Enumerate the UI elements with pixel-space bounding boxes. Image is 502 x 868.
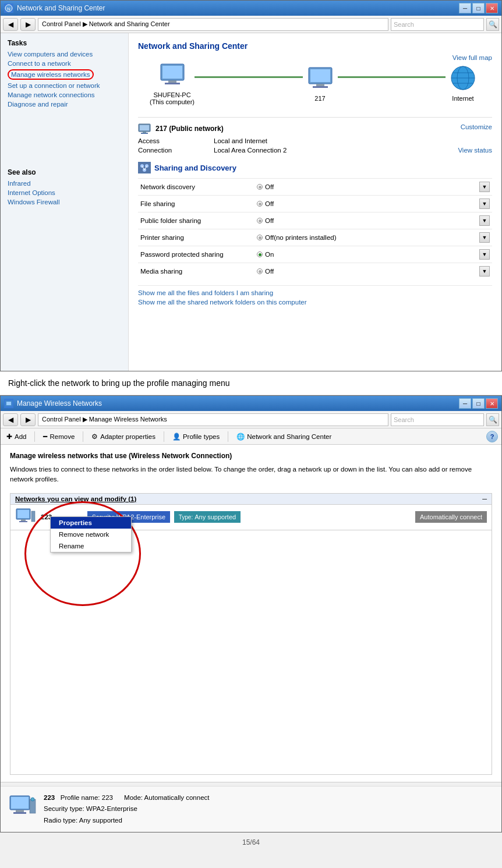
- dropdown-arrow-password[interactable]: ▼: [479, 249, 490, 260]
- dropdown-arrow-media[interactable]: ▼: [479, 266, 490, 277]
- sharing-link-files[interactable]: Show me all the files and folders I am s…: [138, 289, 492, 296]
- sidebar-item-diagnose-repair[interactable]: Diagnose and repair: [8, 101, 121, 108]
- network-node-shufen: SHUFEN-PC(This computer): [150, 60, 195, 105]
- auto-connect-text: Automatically connect: [420, 513, 482, 520]
- sidebar-item-infrared[interactable]: Infrared: [8, 180, 121, 187]
- context-menu-properties[interactable]: Properties: [51, 517, 131, 529]
- dropdown-arrow-public[interactable]: ▼: [479, 215, 490, 226]
- back-button[interactable]: ◀: [3, 18, 18, 31]
- view-full-map-link[interactable]: View full map: [452, 54, 492, 61]
- add-label: Add: [15, 433, 26, 440]
- window-icon-2: [4, 399, 13, 408]
- main-layout-1: Tasks View computers and devices Connect…: [1, 33, 501, 371]
- context-menu-remove[interactable]: Remove network: [51, 529, 131, 540]
- toolbar-sep-1: [34, 431, 35, 442]
- sidebar-item-internet-options[interactable]: Internet Options: [8, 189, 121, 196]
- content-area-2: Manage wireless networks that use (Wirel…: [1, 445, 501, 782]
- sharing-label-public-folder: Public folder sharing: [140, 217, 257, 224]
- toolbar-adapter-button[interactable]: ⚙ Adapter properties: [89, 431, 158, 442]
- profile-footer: 223 Profile name: 223 Mode: Automaticall…: [1, 786, 501, 832]
- toolbar-sep-3: [164, 431, 164, 442]
- computer-icon-217: [303, 63, 338, 93]
- sharing-value-network-discovery: Off: [257, 183, 479, 190]
- access-label: Access: [138, 137, 214, 144]
- sharing-row-printer: Printer sharing Off(no printers installe…: [138, 229, 492, 246]
- empty-list-area: [10, 530, 492, 775]
- profile-mode: Mode: Automatically connect: [124, 794, 209, 801]
- forward-button[interactable]: ▶: [20, 18, 36, 31]
- sharing-row-public-folder: Public folder sharing Off ▼: [138, 212, 492, 229]
- toolbar-add-button[interactable]: ✚ Add: [4, 431, 29, 442]
- svg-rect-18: [141, 133, 148, 134]
- profile-security-type: Security type: WPA2-Enterprise: [44, 803, 209, 815]
- context-menu-rename[interactable]: Rename: [51, 540, 131, 552]
- toolbar-remove-button[interactable]: ━ Remove: [41, 431, 77, 442]
- restore-button[interactable]: □: [472, 3, 485, 13]
- address-bar-2: ◀ ▶ Control Panel ▶ Manage Wireless Netw…: [1, 411, 501, 428]
- net-line-2: [338, 76, 446, 78]
- profile-icon: 👤: [172, 433, 181, 441]
- sidebar-item-windows-firewall[interactable]: Windows Firewall: [8, 199, 121, 206]
- profile-number: 223: [44, 794, 59, 801]
- profile-info: 223 Profile name: 223 Mode: Automaticall…: [44, 792, 209, 827]
- node-label-217: 217: [314, 95, 325, 102]
- svg-rect-9: [313, 86, 328, 88]
- close-button-2[interactable]: ✕: [486, 398, 498, 409]
- collapse-button[interactable]: ─: [482, 495, 487, 502]
- minimize-button-2[interactable]: ─: [459, 398, 471, 409]
- connection-label: Connection: [138, 147, 214, 154]
- close-button-1[interactable]: ✕: [486, 3, 498, 13]
- svg-rect-8: [316, 84, 324, 86]
- address-bar-1: ◀ ▶ Control Panel ▶ Network and Sharing …: [1, 16, 501, 33]
- forward-button-2[interactable]: ▶: [20, 413, 36, 426]
- view-status-link[interactable]: View status: [458, 147, 492, 154]
- search-box-2[interactable]: Search: [391, 413, 484, 426]
- sharing-value-text-discovery: Off: [265, 183, 274, 190]
- info-row-connection: Connection Local Area Connection 2 View …: [138, 147, 492, 154]
- search-box-1[interactable]: Search: [391, 18, 484, 31]
- customize-link[interactable]: Customize: [461, 123, 492, 134]
- sidebar-1: Tasks View computers and devices Connect…: [1, 33, 129, 371]
- title-bar-1: N Network and Sharing Center ─ □ ✕: [1, 1, 501, 16]
- network-sharing-center-window: N Network and Sharing Center ─ □ ✕ ◀ ▶ C…: [0, 0, 502, 371]
- search-go-button-1[interactable]: 🔍: [486, 18, 499, 31]
- network-node-217: 217: [303, 63, 338, 102]
- minimize-button[interactable]: ─: [459, 3, 471, 13]
- info-row-access: Access Local and Internet: [138, 137, 492, 144]
- back-button-2[interactable]: ◀: [3, 413, 18, 426]
- radio-dot-password: [257, 251, 263, 257]
- dropdown-arrow-printer[interactable]: ▼: [479, 232, 490, 243]
- sidebar-item-manage-connections[interactable]: Manage network connections: [8, 91, 121, 98]
- radio-dot-file: [257, 201, 263, 207]
- toolbar-sep-2: [83, 431, 83, 442]
- sharing-label-file-sharing: File sharing: [140, 200, 257, 207]
- svg-rect-17: [143, 132, 146, 133]
- sidebar-item-view-computers[interactable]: View computers and devices: [8, 51, 121, 58]
- svg-rect-7: [310, 69, 330, 82]
- sharing-label-password: Password protected sharing: [140, 251, 257, 258]
- network-list-row[interactable]: 223 Security: WPA2-Enterprise Type: Any …: [10, 505, 492, 530]
- sharing-link-folders[interactable]: Show me all the shared network folders o…: [138, 299, 492, 306]
- sidebar-item-manage-wireless[interactable]: Manage wireless networks: [8, 69, 94, 80]
- network-sharing-label: Network and Sharing Center: [247, 433, 331, 440]
- address-path-text-2: Control Panel ▶ Manage Wireless Networks: [42, 416, 167, 423]
- dropdown-arrow-discovery[interactable]: ▼: [479, 182, 490, 192]
- address-path-1[interactable]: Control Panel ▶ Network and Sharing Cent…: [38, 18, 388, 31]
- address-path-2[interactable]: Control Panel ▶ Manage Wireless Networks: [38, 413, 388, 426]
- adapter-icon: ⚙: [91, 433, 98, 441]
- dropdown-arrow-file[interactable]: ▼: [479, 199, 490, 209]
- help-button[interactable]: ?: [486, 431, 498, 442]
- restore-button-2[interactable]: □: [472, 398, 485, 409]
- sharing-value-text-printer: Off(no printers installed): [265, 234, 337, 241]
- search-go-button-2[interactable]: 🔍: [486, 413, 499, 426]
- networks-section-header: Networks you can view and modify (1) ─: [10, 493, 492, 505]
- sidebar-item-setup-connection[interactable]: Set up a connection or network: [8, 82, 121, 89]
- sharing-value-text-public: Off: [265, 217, 274, 224]
- sharing-value-printer: Off(no printers installed): [257, 234, 479, 241]
- toolbar-network-button[interactable]: 🌐 Network and Sharing Center: [234, 431, 334, 442]
- connection-value: Local Area Connection 2: [214, 147, 458, 154]
- search-placeholder-1: Search: [394, 21, 414, 28]
- remove-label: Remove: [50, 433, 75, 440]
- toolbar-profile-button[interactable]: 👤 Profile types: [170, 431, 222, 442]
- sidebar-item-connect-network[interactable]: Connect to a network: [8, 60, 121, 67]
